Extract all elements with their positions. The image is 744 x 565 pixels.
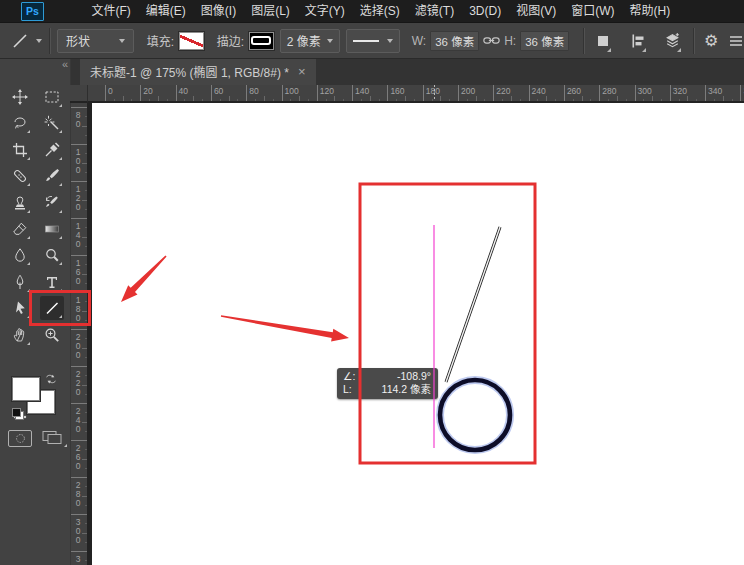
history-brush-tool[interactable] [40, 191, 64, 215]
menu-item[interactable]: 窗口(W) [564, 0, 622, 22]
path-selection-icon [12, 300, 28, 316]
stroke-type-dropdown[interactable] [346, 29, 399, 53]
tool-mode-label: 形状 [66, 32, 90, 49]
clone-stamp-icon [12, 195, 28, 211]
length-label: L: [343, 383, 352, 396]
chevron-down-icon [64, 444, 67, 447]
edge-align-icon[interactable] [727, 30, 744, 52]
blur-tool[interactable] [8, 243, 32, 267]
crop-tool[interactable] [8, 138, 32, 162]
menu-item[interactable]: 文件(F) [84, 0, 138, 22]
line-icon [44, 300, 60, 316]
foreground-color-chip[interactable] [12, 377, 40, 401]
tool-mode-dropdown[interactable]: 形状 [57, 29, 134, 53]
document-tab[interactable]: 未标题-1 @ 175% (椭圆 1, RGB/8#) * × [80, 57, 316, 85]
shape-height-field[interactable]: 36 像素 [520, 31, 569, 51]
ruler-corner [70, 85, 88, 103]
chevron-down-icon [36, 39, 42, 43]
lasso-tool[interactable] [8, 111, 32, 135]
chevron-down-icon [677, 48, 681, 52]
menu-item[interactable]: 图层(L) [244, 0, 298, 22]
screen-mode-button[interactable] [41, 430, 65, 445]
vertical-ruler[interactable]: 80100120140160180200220240260280300320 [70, 103, 92, 565]
line-tool-preset-icon [10, 31, 30, 51]
eyedropper-icon [44, 142, 60, 158]
line-tool[interactable] [40, 296, 64, 320]
line-shape-inner [446, 227, 500, 382]
path-operations-button[interactable] [595, 30, 612, 52]
pen-tool[interactable] [8, 270, 32, 294]
menu-item[interactable]: 选择(S) [352, 0, 407, 22]
width-label: W: [412, 34, 426, 48]
separator [49, 28, 51, 54]
move-tool[interactable] [8, 85, 32, 109]
menu-item[interactable]: 文字(Y) [297, 0, 352, 22]
gradient-tool[interactable] [40, 217, 64, 241]
shape-height-value: 36 像素 [525, 33, 564, 49]
separator [693, 28, 695, 54]
marquee-tool[interactable] [40, 85, 64, 109]
solid-line-preview-icon [353, 40, 379, 42]
tool-preset-picker[interactable] [10, 31, 43, 51]
brush-tool[interactable] [40, 164, 64, 188]
hand-tool[interactable] [8, 323, 32, 347]
menu-item[interactable]: 视图(V) [509, 0, 564, 22]
menu-item[interactable]: 3D(D) [462, 0, 509, 22]
brush-icon [44, 168, 60, 184]
line-shape-outer [446, 227, 500, 382]
eraser-tool[interactable] [8, 217, 32, 241]
stroke-width-value: 2 像素 [287, 32, 321, 49]
type-tool[interactable] [40, 270, 64, 294]
history-brush-icon [44, 195, 60, 211]
eyedropper-tool[interactable] [40, 138, 64, 162]
fill-label: 填充: [147, 32, 174, 49]
stroke-label: 描边: [217, 32, 244, 49]
magic-wand-icon [44, 115, 60, 131]
tool-options-bar: 形状 填充: 描边: 2 像素 W: 36 像素 H: 36 像素 [0, 22, 744, 59]
chevron-down-icon [607, 48, 611, 52]
menu-item[interactable]: 帮助(H) [622, 0, 678, 22]
path-arrangement-button[interactable] [664, 30, 681, 52]
default-colors-icon[interactable] [12, 408, 24, 420]
clone-stamp-tool[interactable] [8, 191, 32, 215]
marquee-icon [44, 89, 60, 105]
dodge-tool[interactable] [40, 243, 64, 267]
healing-brush-tool[interactable] [8, 164, 32, 188]
move-icon [12, 89, 28, 105]
menu-item[interactable]: 滤镜(T) [407, 0, 461, 22]
menu-item[interactable]: 图像(I) [193, 0, 243, 22]
hand-icon [12, 327, 28, 343]
document-tab-title: 未标题-1 @ 175% (椭圆 1, RGB/8#) * [90, 63, 289, 80]
angle-label: ∠: [343, 370, 355, 383]
swap-colors-icon[interactable] [44, 372, 58, 386]
canvas-annotations [87, 103, 744, 565]
eraser-icon [12, 221, 28, 237]
gear-icon[interactable]: ⚙ [703, 30, 720, 52]
stroke-width-input[interactable]: 2 像素 [280, 29, 341, 53]
height-label: H: [504, 34, 516, 48]
document-tab-bar: 未标题-1 @ 175% (椭圆 1, RGB/8#) * × [70, 57, 744, 85]
collapse-panels-icon[interactable]: « [62, 58, 68, 70]
stroke-color-swatch[interactable] [249, 32, 274, 50]
quick-mask-button[interactable] [8, 430, 32, 447]
ellipse-shape-halo [440, 380, 510, 450]
separator [583, 28, 585, 54]
path-alignment-button[interactable] [629, 30, 646, 52]
zoom-tool[interactable] [40, 323, 64, 347]
horizontal-ruler[interactable]: 0204060801001201401601802002202402602803… [70, 85, 744, 103]
gradient-icon [44, 221, 60, 237]
tools-panel [0, 57, 71, 565]
chevron-down-icon [387, 39, 393, 43]
path-selection-tool[interactable] [8, 296, 32, 320]
menu-item[interactable]: 编辑(E) [138, 0, 193, 22]
lasso-icon [12, 115, 28, 131]
angle-value: -108.9° [397, 370, 431, 383]
document-canvas[interactable]: ∠: -108.9° L: 114.2 像素 [87, 103, 744, 565]
link-dimensions-icon[interactable] [483, 30, 500, 52]
tab-close-icon[interactable]: × [298, 65, 306, 78]
magic-wand-tool[interactable] [40, 111, 64, 135]
chevron-down-icon [119, 39, 125, 43]
fill-color-swatch[interactable] [179, 32, 204, 50]
shape-width-field[interactable]: 36 像素 [430, 31, 479, 51]
menu-bar: Ps 文件(F)编辑(E)图像(I)图层(L)文字(Y)选择(S)滤镜(T)3D… [0, 0, 744, 22]
